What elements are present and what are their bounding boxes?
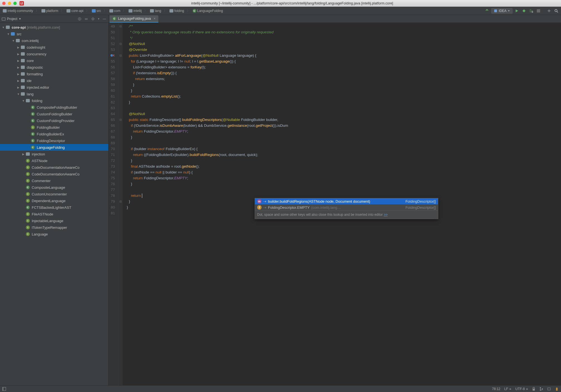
tree-node[interactable]: IFoldingBuilder xyxy=(0,124,108,131)
chevron-right-icon: 〉 xyxy=(144,8,147,13)
memory-indicator[interactable] xyxy=(547,387,551,391)
tree-node[interactable]: ICodeDocumentationAwareCo xyxy=(0,164,108,171)
tree-node[interactable]: ▼core-api [intellij.platform.core] xyxy=(0,24,108,31)
tree-node[interactable]: ▶core xyxy=(0,57,108,64)
code-editor[interactable]: 4950515253545556575859606162636465666768… xyxy=(109,23,561,385)
tree-node[interactable]: IASTNode xyxy=(0,157,108,164)
cursor-position[interactable]: 78:12 xyxy=(492,387,500,391)
gutter[interactable]: 4950515253545556575859606162636465666768… xyxy=(109,23,119,385)
close-window-icon[interactable] xyxy=(2,2,6,5)
tree-node[interactable]: IDependentLanguage xyxy=(0,197,108,204)
search-everywhere-button[interactable] xyxy=(553,8,559,14)
minimize-window-icon[interactable] xyxy=(8,2,11,5)
tree-node[interactable]: ▶codeInsight xyxy=(0,44,108,51)
zoom-window-icon[interactable] xyxy=(13,2,17,5)
breadcrumb-item[interactable]: platform xyxy=(40,8,59,13)
tree-node[interactable]: CLanguageFolding xyxy=(0,144,108,151)
tree-node[interactable]: CFoldingDescriptor xyxy=(0,137,108,144)
chevron-down-icon: ▼ xyxy=(19,18,21,20)
tree-node[interactable]: ▶injected.editor xyxy=(0,84,108,91)
completion-hint-link[interactable]: >> xyxy=(384,213,388,217)
folder-icon xyxy=(6,26,10,29)
editor-tabs: C LanguageFolding.java × xyxy=(109,15,561,23)
tree-node[interactable]: IFileASTNode xyxy=(0,211,108,217)
tree-node[interactable]: IInjectableLanguage xyxy=(0,217,108,224)
tree-node[interactable]: ▼folding xyxy=(0,97,108,104)
breadcrumb-item[interactable]: core-api xyxy=(65,8,84,13)
editor-tab[interactable]: C LanguageFolding.java × xyxy=(110,15,158,23)
update-project-button[interactable] xyxy=(546,8,552,14)
build-button[interactable] xyxy=(484,8,490,14)
interface-icon: I xyxy=(26,212,30,216)
collapse-all-button[interactable] xyxy=(84,17,88,21)
tree-node[interactable]: CCustomFoldingBuilder xyxy=(0,111,108,117)
completion-item[interactable]: m ⇢ builder.buildFoldRegions(ASTNode nod… xyxy=(255,198,438,204)
interface-icon: I xyxy=(26,232,30,236)
breadcrumb-item[interactable]: folding xyxy=(168,8,185,13)
tree-node[interactable]: ▼com.intellij xyxy=(0,37,108,44)
coverage-button[interactable] xyxy=(528,8,534,14)
tree-node[interactable]: ▶concurrency xyxy=(0,51,108,57)
breadcrumb-item[interactable]: intellij-community xyxy=(2,8,34,13)
tree-node[interactable]: IITokenTypeRemapper xyxy=(0,224,108,231)
status-bar: 78:12 LF ≑ UTF-8 ≑ xyxy=(0,385,561,392)
navigation-bar: intellij-community〉 platform〉 core-api〉 … xyxy=(0,7,561,15)
class-icon: C xyxy=(26,185,30,189)
file-encoding[interactable]: UTF-8 ≑ xyxy=(515,387,528,391)
settings-button[interactable] xyxy=(91,17,95,21)
tree-node[interactable]: CFCTSBackedLighterAST xyxy=(0,204,108,211)
tool-window-title[interactable]: Project ▼ xyxy=(2,17,21,21)
git-branch[interactable] xyxy=(539,387,543,391)
breadcrumb-item[interactable]: com xyxy=(108,8,122,13)
tool-window-header: Project ▼ ▼ — xyxy=(0,15,108,23)
tree-node[interactable]: ▼src xyxy=(0,31,108,37)
breadcrumb-item[interactable]: CLanguageFolding xyxy=(191,8,224,13)
tree-node[interactable]: ▶injection xyxy=(0,151,108,157)
breadcrumb-item[interactable]: intellij xyxy=(127,8,143,13)
line-separator[interactable]: LF ≑ xyxy=(504,387,511,391)
tree-node[interactable]: CCompositeFoldingBuilder xyxy=(0,104,108,111)
tree-node[interactable]: ▶diagnostic xyxy=(0,64,108,71)
class-icon: C xyxy=(31,119,35,123)
tree-node[interactable]: ▶formatting xyxy=(0,71,108,77)
fold-column[interactable]: ⊟⊟⊟⊟⊟ xyxy=(119,23,122,385)
hide-button[interactable]: — xyxy=(102,17,107,21)
completion-item[interactable]: f ⇢ FoldingDescriptor.EMPTY (com.intelli… xyxy=(255,204,438,210)
tab-label: LanguageFolding.java xyxy=(118,17,151,21)
package-icon xyxy=(109,9,113,13)
svg-rect-5 xyxy=(537,9,540,13)
tree-node[interactable]: ▶ide xyxy=(0,77,108,84)
stop-button[interactable] xyxy=(535,8,542,14)
project-tree[interactable]: ▼core-api [intellij.platform.core]▼src▼c… xyxy=(0,23,108,385)
interface-icon: I xyxy=(26,225,30,229)
tree-node[interactable]: CCompositeLanguage xyxy=(0,184,108,191)
tool-window-quick-access[interactable] xyxy=(2,387,6,391)
package-icon xyxy=(21,86,25,89)
window-title: intellij-community [~/intellij-community… xyxy=(26,1,559,5)
tree-node[interactable]: ICodeDocumentationAwareCo xyxy=(0,171,108,177)
package-icon xyxy=(129,9,132,13)
scroll-to-source-button[interactable] xyxy=(77,17,82,21)
package-icon xyxy=(16,39,20,42)
tree-node[interactable]: ▼lang xyxy=(0,91,108,97)
run-config-selector[interactable]: IDEA ▼ xyxy=(491,8,513,14)
folder-icon xyxy=(41,9,45,13)
package-icon xyxy=(21,66,25,69)
breadcrumb-item[interactable]: src xyxy=(91,8,102,13)
chevron-down-icon[interactable]: ▼ xyxy=(97,18,100,20)
tree-node[interactable]: ICustomUncommenter xyxy=(0,191,108,197)
tree-node[interactable]: ICommenter xyxy=(0,177,108,184)
tree-node[interactable]: ILanguage xyxy=(0,231,108,237)
chevron-right-icon: 〉 xyxy=(36,8,39,13)
tree-node[interactable]: CFoldingBuilderEx xyxy=(0,131,108,137)
tree-node[interactable]: CCustomFoldingProvider xyxy=(0,117,108,124)
run-button[interactable] xyxy=(514,8,520,14)
readonly-toggle[interactable] xyxy=(532,387,535,391)
close-icon[interactable]: × xyxy=(154,17,156,21)
debug-button[interactable] xyxy=(521,8,527,14)
folder-icon xyxy=(3,9,7,13)
interface-icon: I xyxy=(26,172,30,176)
breadcrumb-item[interactable]: lang xyxy=(149,8,162,13)
hector-icon[interactable] xyxy=(555,387,559,391)
svg-line-7 xyxy=(557,11,558,13)
